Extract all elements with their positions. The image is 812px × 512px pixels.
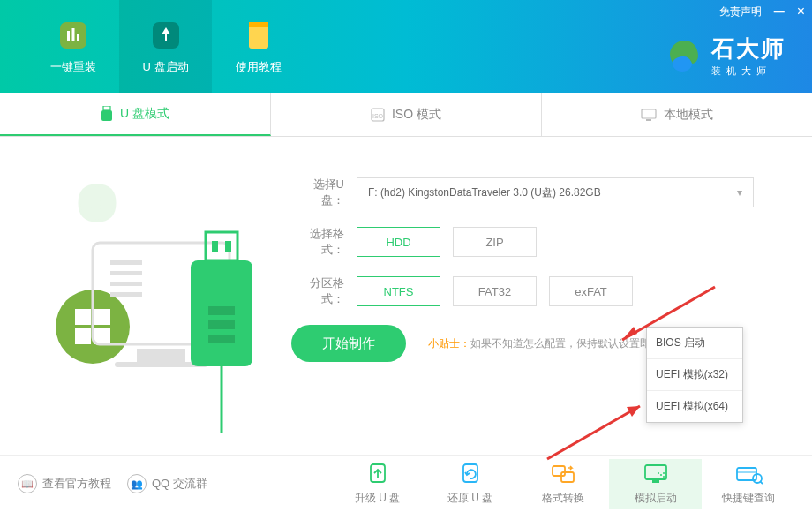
brand: 石大师 装机大师 bbox=[667, 34, 786, 78]
mode-tabs: U 盘模式 ISO ISO 模式 本地模式 bbox=[0, 93, 812, 137]
bottom-links: 📖 查看官方教程 👥 QQ 交流群 bbox=[18, 474, 207, 493]
tool-label: 快捷键查询 bbox=[722, 491, 775, 506]
svg-text:ISO: ISO bbox=[372, 113, 384, 119]
svg-rect-11 bbox=[642, 109, 656, 118]
hotkey-icon bbox=[734, 463, 763, 486]
tool-upgrade-usb[interactable]: 升级 U 盘 bbox=[331, 459, 424, 509]
partition-exfat-button[interactable]: exFAT bbox=[549, 276, 633, 306]
svg-rect-27 bbox=[212, 241, 218, 252]
iso-icon: ISO bbox=[371, 108, 385, 122]
book-icon: 📖 bbox=[18, 474, 37, 493]
tip-text: 如果不知道怎么配置，保持默认设置即可 bbox=[470, 337, 661, 350]
tool-hotkey-lookup[interactable]: 快捷键查询 bbox=[702, 459, 794, 509]
simulate-icon bbox=[642, 463, 670, 486]
svg-rect-31 bbox=[208, 335, 235, 343]
svg-rect-17 bbox=[94, 328, 110, 344]
tool-label: 模拟启动 bbox=[635, 491, 677, 506]
qq-group-link[interactable]: 👥 QQ 交流群 bbox=[127, 474, 207, 493]
svg-rect-12 bbox=[646, 119, 651, 121]
svg-point-41 bbox=[658, 472, 659, 474]
format-row: 选择格式： HDD ZIP bbox=[291, 226, 768, 258]
svg-line-45 bbox=[760, 481, 763, 484]
format-zip-button[interactable]: ZIP bbox=[453, 227, 537, 257]
convert-icon bbox=[549, 463, 577, 486]
usb-boot-icon bbox=[149, 19, 183, 52]
titlebar: 一键重装 U 盘启动 使用教程 石大师 装机大师 免责声明 — × bbox=[0, 0, 812, 93]
svg-rect-24 bbox=[110, 292, 142, 297]
tool-format-convert[interactable]: 格式转换 bbox=[516, 459, 609, 509]
tutorial-link[interactable]: 📖 查看官方教程 bbox=[18, 474, 111, 493]
svg-point-38 bbox=[660, 474, 662, 476]
nav-label: U 盘启动 bbox=[143, 59, 189, 75]
brand-logo-icon bbox=[667, 38, 703, 73]
nav-tutorial[interactable]: 使用教程 bbox=[212, 0, 304, 93]
tab-usb-mode[interactable]: U 盘模式 bbox=[0, 93, 271, 136]
people-icon: 👥 bbox=[127, 474, 147, 493]
nav: 一键重装 U 盘启动 使用教程 bbox=[0, 0, 304, 93]
disk-label: 选择U盘： bbox=[291, 177, 344, 208]
boot-mode-popup: BIOS 启动 UEFI 模拟(x32) UEFI 模拟(x64) bbox=[646, 327, 743, 423]
svg-rect-14 bbox=[75, 309, 91, 325]
svg-rect-26 bbox=[206, 232, 237, 260]
disk-select[interactable]: F: (hd2) KingstonDataTraveler 3.0 (U盘) 2… bbox=[357, 177, 754, 207]
svg-point-39 bbox=[663, 472, 665, 474]
bottom-tools: 升级 U 盘 还原 U 盘 格式转换 模拟启动 快捷键查询 bbox=[331, 459, 794, 509]
illustration bbox=[0, 137, 291, 455]
tool-label: 还原 U 盘 bbox=[447, 491, 492, 506]
svg-rect-28 bbox=[225, 241, 231, 252]
popup-uefi-x32[interactable]: UEFI 模拟(x32) bbox=[647, 359, 742, 391]
svg-rect-6 bbox=[249, 22, 268, 27]
svg-rect-15 bbox=[94, 309, 110, 325]
tab-local-mode[interactable]: 本地模式 bbox=[542, 93, 812, 136]
format-hdd-button[interactable]: HDD bbox=[357, 227, 440, 257]
usb-icon bbox=[101, 106, 113, 122]
popup-uefi-x64[interactable]: UEFI 模拟(x64) bbox=[647, 391, 742, 422]
svg-rect-34 bbox=[553, 466, 565, 476]
tool-label: 格式转换 bbox=[542, 491, 584, 506]
tab-label: U 盘模式 bbox=[120, 106, 169, 122]
nav-label: 使用教程 bbox=[236, 59, 282, 75]
svg-rect-21 bbox=[110, 260, 142, 265]
chevron-down-icon: ▾ bbox=[737, 186, 742, 199]
svg-rect-1 bbox=[67, 31, 70, 41]
disk-row: 选择U盘： F: (hd2) KingstonDataTraveler 3.0 … bbox=[291, 177, 768, 208]
tab-iso-mode[interactable]: ISO ISO 模式 bbox=[271, 93, 542, 136]
format-label: 选择格式： bbox=[291, 226, 344, 258]
svg-rect-3 bbox=[77, 34, 79, 41]
popup-bios-boot[interactable]: BIOS 启动 bbox=[647, 328, 742, 359]
bottom-bar: 📖 查看官方教程 👥 QQ 交流群 升级 U 盘 还原 U 盘 格式转换 模拟启… bbox=[0, 455, 812, 512]
nav-reinstall[interactable]: 一键重装 bbox=[26, 0, 119, 93]
start-button[interactable]: 开始制作 bbox=[291, 325, 406, 362]
svg-rect-7 bbox=[103, 106, 110, 110]
close-button[interactable]: × bbox=[797, 4, 805, 19]
tip-label: 小贴士： bbox=[428, 337, 470, 350]
brand-subtitle: 装机大师 bbox=[711, 64, 786, 78]
brand-title: 石大师 bbox=[711, 34, 786, 64]
window-controls: 免责声明 — × bbox=[719, 4, 805, 19]
tab-label: ISO 模式 bbox=[392, 107, 441, 123]
nav-usb-boot[interactable]: U 盘启动 bbox=[119, 0, 212, 93]
minimize-button[interactable]: — bbox=[774, 5, 785, 18]
disclaimer-link[interactable]: 免责声明 bbox=[719, 4, 762, 19]
svg-rect-30 bbox=[208, 320, 235, 329]
tip: 小贴士：如果不知道怎么配置，保持默认设置即可 bbox=[428, 336, 661, 351]
nav-label: 一键重装 bbox=[50, 59, 96, 75]
svg-point-40 bbox=[663, 476, 665, 478]
tool-simulate-boot[interactable]: 模拟启动 bbox=[609, 459, 702, 509]
link-label: 查看官方教程 bbox=[42, 476, 111, 492]
tab-label: 本地模式 bbox=[664, 107, 713, 123]
svg-rect-35 bbox=[561, 472, 574, 482]
tool-label: 升级 U 盘 bbox=[355, 491, 400, 506]
reinstall-icon bbox=[56, 19, 90, 52]
svg-rect-29 bbox=[208, 306, 235, 315]
svg-rect-16 bbox=[75, 328, 91, 344]
tool-restore-usb[interactable]: 还原 U 盘 bbox=[424, 459, 516, 509]
partition-fat32-button[interactable]: FAT32 bbox=[453, 276, 537, 306]
disk-value: F: (hd2) KingstonDataTraveler 3.0 (U盘) 2… bbox=[368, 185, 601, 200]
svg-rect-2 bbox=[71, 28, 74, 41]
upgrade-icon bbox=[364, 463, 392, 486]
svg-rect-22 bbox=[110, 271, 142, 275]
link-label: QQ 交流群 bbox=[152, 476, 207, 492]
tutorial-icon bbox=[242, 19, 275, 52]
partition-ntfs-button[interactable]: NTFS bbox=[357, 276, 440, 306]
